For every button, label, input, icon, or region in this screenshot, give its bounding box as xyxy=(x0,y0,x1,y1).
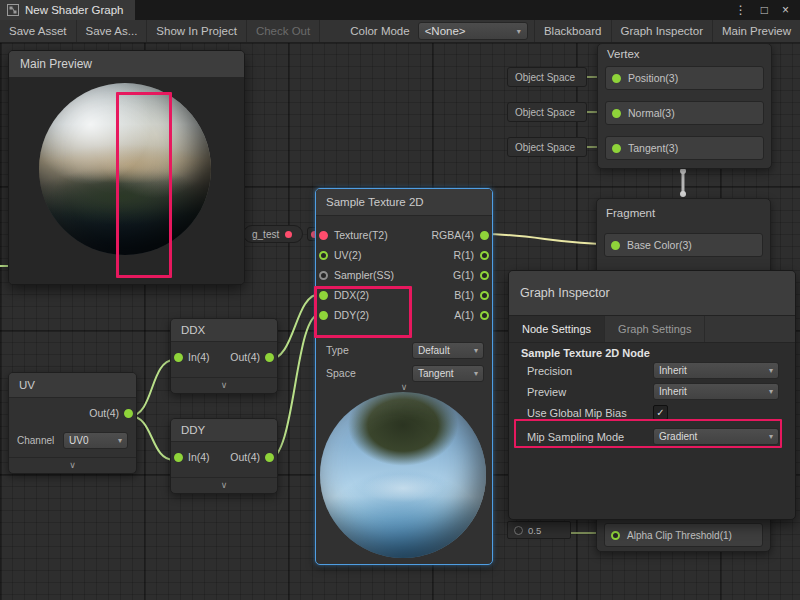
uv-out-port[interactable]: Out(4) xyxy=(89,407,133,419)
object-space-dropdown-position[interactable]: Object Space xyxy=(507,67,587,87)
sampler-port-dot[interactable] xyxy=(319,271,328,280)
ddy-in-label: In(4) xyxy=(188,451,210,463)
type-label: Type xyxy=(326,344,349,356)
rgba-port-dot[interactable] xyxy=(480,231,489,240)
node-settings-tab-label: Node Settings xyxy=(522,323,591,335)
precision-dropdown[interactable]: Inherit ▾ xyxy=(653,362,779,379)
graph-inspector-header[interactable]: Graph Inspector xyxy=(509,271,795,316)
object-space-dropdown-tangent[interactable]: Object Space xyxy=(507,137,587,157)
port-texture[interactable]: Texture(T2) xyxy=(316,225,414,245)
port-dot-tangent[interactable] xyxy=(612,144,621,153)
check-out-label: Check Out xyxy=(256,25,310,37)
uv-out-dot[interactable] xyxy=(124,409,133,418)
ddx-in-dot[interactable] xyxy=(174,353,183,362)
tangent-port-label: Tangent(3) xyxy=(628,142,678,154)
inspector-tabs: Node Settings Graph Settings xyxy=(509,316,795,343)
sample-input-ports: Texture(T2) UV(2) Sampler(SS) DDX(2) DDY… xyxy=(316,225,414,325)
ddx-in-port[interactable]: In(4) xyxy=(174,351,210,363)
uv-node[interactable]: UV Out(4) Channel UV0 ▾ ∨ xyxy=(8,372,137,474)
tab-graph-settings[interactable]: Graph Settings xyxy=(605,316,705,342)
ddy-node[interactable]: DDY In(4) Out(4) ∨ xyxy=(170,418,278,494)
texture-port-dot[interactable] xyxy=(319,231,328,240)
shader-graph-window: New Shader Graph ⋮ □ × Save Asset Save A… xyxy=(0,0,800,600)
ddy-out-dot[interactable] xyxy=(265,453,274,462)
ddy-out-port[interactable]: Out(4) xyxy=(230,451,274,463)
a-port-label: A(1) xyxy=(454,309,474,321)
sample-output-ports: RGBA(4) R(1) G(1) B(1) A(1) xyxy=(416,225,492,325)
port-dot-alphaclip[interactable] xyxy=(611,531,620,540)
graph-inspector-toggle-button[interactable]: Graph Inspector xyxy=(612,20,713,42)
object-space-dropdown-normal[interactable]: Object Space xyxy=(507,102,587,122)
vertex-port-position[interactable]: Position(3) xyxy=(605,66,764,90)
port-dot-basecolor[interactable] xyxy=(611,241,620,250)
fragment-port-alphaclip[interactable]: Alpha Clip Threshold(1) xyxy=(604,523,763,547)
uv-port-dot[interactable] xyxy=(319,251,328,260)
uv-out-label: Out(4) xyxy=(89,407,119,419)
vertex-node[interactable]: Vertex Position(3) Normal(3) Tangent(3) xyxy=(597,43,772,169)
port-dot-normal[interactable] xyxy=(612,109,621,118)
color-mode-value: <None> xyxy=(425,25,466,37)
port-rgba[interactable]: RGBA(4) xyxy=(416,225,492,245)
ddy-out-label: Out(4) xyxy=(230,451,260,463)
ddx-node[interactable]: DDX In(4) Out(4) ∨ xyxy=(170,318,278,394)
port-g[interactable]: G(1) xyxy=(416,265,492,285)
shader-graph-tab[interactable]: New Shader Graph xyxy=(0,0,135,20)
ddy-in-port[interactable]: In(4) xyxy=(174,451,210,463)
main-preview-body xyxy=(9,77,244,284)
blackboard-toggle-button[interactable]: Blackboard xyxy=(535,20,612,42)
ddx-port-dot[interactable] xyxy=(319,291,328,300)
ddx-collapse-chevron-icon[interactable]: ∨ xyxy=(171,377,277,393)
window-menu-icon[interactable]: ⋮ xyxy=(728,0,754,20)
save-as-button[interactable]: Save As... xyxy=(77,20,148,42)
uv-collapse-chevron-icon[interactable]: ∨ xyxy=(9,457,136,473)
checkbox-check-icon: ✓ xyxy=(656,407,664,418)
space-label: Space xyxy=(326,367,356,379)
uv-port-label: UV(2) xyxy=(334,249,361,261)
port-b[interactable]: B(1) xyxy=(416,285,492,305)
port-ddy[interactable]: DDY(2) xyxy=(316,305,414,325)
ddy-port-dot[interactable] xyxy=(319,311,328,320)
b-port-dot[interactable] xyxy=(480,291,489,300)
space-dropdown[interactable]: Tangent ▾ xyxy=(412,365,484,382)
gtest-output-dot[interactable] xyxy=(285,231,292,238)
port-dot-position[interactable] xyxy=(612,74,621,83)
ddy-in-dot[interactable] xyxy=(174,453,183,462)
port-sampler[interactable]: Sampler(SS) xyxy=(316,265,414,285)
r-port-label: R(1) xyxy=(454,249,474,261)
fragment-port-basecolor[interactable]: Base Color(3) xyxy=(604,233,763,257)
alpha-clip-value-box[interactable]: 0.5 xyxy=(507,521,571,539)
vertex-port-normal[interactable]: Normal(3) xyxy=(605,101,764,125)
ddy-ports-row: In(4) Out(4) xyxy=(174,451,274,463)
use-global-mip-bias-checkbox[interactable]: ✓ xyxy=(653,405,668,420)
a-port-dot[interactable] xyxy=(480,311,489,320)
tab-node-settings[interactable]: Node Settings xyxy=(509,316,605,342)
save-asset-button[interactable]: Save Asset xyxy=(0,20,77,42)
main-preview-toggle-button[interactable]: Main Preview xyxy=(713,20,800,42)
gtest-property-node[interactable]: g_test xyxy=(243,225,303,243)
g-port-dot[interactable] xyxy=(480,271,489,280)
ddx-out-dot[interactable] xyxy=(265,353,274,362)
port-uv[interactable]: UV(2) xyxy=(316,245,414,265)
maximize-icon[interactable]: □ xyxy=(754,0,775,20)
b-port-label: B(1) xyxy=(454,289,474,301)
mip-sampling-mode-value: Gradient xyxy=(659,431,697,442)
close-icon[interactable]: × xyxy=(775,0,796,20)
type-dropdown[interactable]: Default ▾ xyxy=(412,342,484,359)
port-a[interactable]: A(1) xyxy=(416,305,492,325)
preview-dropdown[interactable]: Inherit ▾ xyxy=(653,383,779,400)
ddx-out-port[interactable]: Out(4) xyxy=(230,351,274,363)
ddy-collapse-chevron-icon[interactable]: ∨ xyxy=(171,477,277,493)
mip-sampling-mode-row: Mip Sampling Mode Gradient ▾ xyxy=(527,427,779,446)
uv-channel-dropdown[interactable]: UV0 ▾ xyxy=(63,432,128,449)
vertex-port-tangent[interactable]: Tangent(3) xyxy=(605,136,764,160)
port-r[interactable]: R(1) xyxy=(416,245,492,265)
main-preview-panel-header[interactable]: Main Preview xyxy=(9,51,244,78)
type-value: Default xyxy=(418,345,450,356)
color-mode-dropdown[interactable]: <None> ▾ xyxy=(418,22,528,40)
r-port-dot[interactable] xyxy=(480,251,489,260)
port-ddx[interactable]: DDX(2) xyxy=(316,285,414,305)
show-in-project-button[interactable]: Show In Project xyxy=(147,20,247,42)
sample-texture-2d-node[interactable]: Sample Texture 2D Texture(T2) UV(2) Samp… xyxy=(315,188,493,565)
mip-sampling-mode-dropdown[interactable]: Gradient ▾ xyxy=(653,428,779,445)
save-asset-label: Save Asset xyxy=(9,25,67,37)
